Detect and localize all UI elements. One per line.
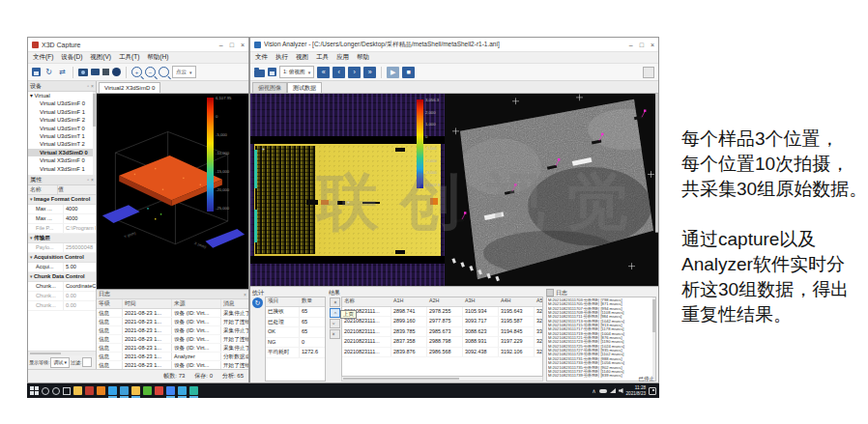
task-view-icon[interactable] [63,387,71,395]
tree-item[interactable]: Virtual U3dSimT 2 [28,140,96,148]
log-row[interactable]: 信息 2021-08-23 1... 设备 (ID: Virt... 采集停止了 [97,344,248,353]
zoom-fit-icon[interactable] [159,67,169,77]
close-panel-icon[interactable]: × [244,292,246,297]
zoom-out-icon[interactable]: − [145,67,156,77]
property-group[interactable]: ▾ Acquisition Control [28,253,96,263]
play-button[interactable]: ▶ [387,67,399,78]
record-icon[interactable] [112,68,121,76]
statistics-row[interactable]: 已处理 65 [266,318,325,328]
statistics-row[interactable]: OK 65 [266,327,325,338]
close-icon[interactable]: × [241,42,245,48]
menu-item[interactable]: 视图 [296,53,308,62]
property-row[interactable]: Max ...4000 [28,214,96,224]
close-panel-icon[interactable]: × [91,177,94,183]
view-scrollbar[interactable] [655,94,658,233]
taskbar-clock[interactable]: 11:28 2021/8/23 [626,385,646,395]
property-row[interactable]: Chunk...CoordinateC [28,282,96,292]
taskbar-app-icon[interactable] [131,386,140,395]
taskbar-app-icon[interactable] [120,386,129,395]
close-panel-icon[interactable]: × [91,83,94,89]
measure-tool-icon[interactable] [643,67,654,78]
connect-icon[interactable]: ⇄ [57,67,68,77]
float-panel-icon[interactable]: ▫ [87,177,89,183]
tree-scrollbar[interactable] [93,92,96,175]
taskbar-app-icon[interactable] [108,386,117,395]
property-row[interactable]: Max ...4000 [28,205,96,214]
tab-test-data[interactable]: 测试数据 [287,82,322,93]
log-row[interactable]: 信息 2021-08-23 1... Analyzer 分析数据成功 [97,353,248,361]
menu-item[interactable]: 执行 [275,53,288,62]
display-level-dropdown[interactable]: 调试 ▾ [50,357,70,368]
menu-item[interactable]: 视图(V) [90,53,111,62]
taskbar-app-icon[interactable] [189,386,198,395]
tree-item[interactable]: Virtual U3dSimT 1 [28,132,96,140]
start-button[interactable] [30,386,39,395]
close-icon[interactable]: × [651,42,654,48]
menu-item[interactable]: 文件 [255,53,268,62]
maximize-icon[interactable]: □ [640,42,644,48]
tree-item[interactable]: Virtual X3dSimF 0 [28,156,96,164]
page-down-button[interactable]: › [330,319,340,328]
first-frame-button[interactable]: « [317,67,330,78]
cortana-icon[interactable] [52,387,60,395]
results-row[interactable]: 20210823111... 2839.785 2985.673 3088.62… [342,327,542,337]
tree-item[interactable]: Virtual U3dSimT 0 [28,125,96,132]
float-panel-icon[interactable]: ▫ [87,83,89,89]
minimize-icon[interactable]: – [629,42,633,48]
log-scrollbar[interactable] [652,297,655,381]
results-row[interactable]: 20210823111... 2837.358 2988.798 3088.93… [342,337,542,347]
zoom-in-icon[interactable]: + [131,67,142,77]
taskbar-app-icon[interactable] [155,386,163,395]
log-row[interactable]: 信息 2021-08-23 1... 设备 (ID: Virt... 开始了连续… [97,335,248,344]
view-select-dropdown[interactable]: 1: 俯视图 ▾ [279,66,314,78]
taskbar-app-icon[interactable] [166,386,175,395]
refresh-icon[interactable]: ↻ [43,67,54,77]
top-view-heatmap[interactable]: + + 3,056.32,0001,0000-1,000-2,000-3,000… [250,94,445,286]
results-row[interactable]: 20210823111... 2899.160 2977.875 3093.71… [342,317,542,326]
property-row[interactable]: Acqui...5.00 [28,263,96,272]
page-up-button[interactable]: › [330,308,340,318]
statistics-row[interactable]: 平均耗时 1272.6 [266,348,325,358]
notification-center-icon[interactable] [649,387,656,395]
analyzer-titlebar[interactable]: Vision Analyzer - [C:/Users/Longer/Deskt… [250,38,658,52]
search-icon[interactable] [42,387,49,395]
video-capture-icon[interactable] [91,69,100,75]
log-line[interactable]: M:20210823111739:分析耗时 [839 msecs] [548,374,651,378]
view-tab[interactable]: Virtual2 X3dSimD 0 [99,82,160,93]
maximize-icon[interactable]: □ [230,42,234,48]
taskbar-app-icon[interactable] [85,386,94,395]
results-hscrollbar[interactable] [341,377,543,382]
snapshot-camera-icon[interactable] [78,69,88,76]
gray-3d-view[interactable] [445,94,658,286]
taskbar-app-icon[interactable] [73,386,82,395]
log-filter-icon[interactable] [546,289,554,297]
tree-item[interactable]: Virtual U3dSimF 0 [28,99,96,107]
property-row[interactable]: Chunk...0.00 [28,301,96,311]
statistics-row[interactable]: 已接收 65 [266,307,325,318]
property-row[interactable]: Paylo...256000048 [28,243,96,253]
taskbar-app-icon[interactable] [178,386,187,395]
property-row[interactable]: File P...C:\Program Fil... [28,224,96,234]
volume-icon[interactable] [619,388,623,393]
menu-item[interactable]: 帮助(H) [147,53,168,62]
menu-item[interactable]: 工具(T) [119,53,139,62]
prev-frame-button[interactable]: ‹ [333,67,345,78]
network-icon[interactable] [610,388,616,393]
capture-titlebar[interactable]: X3D Capture – □ × [28,38,248,52]
property-group[interactable]: ▾ Chunk Data Control [28,272,96,282]
analyzer-log-list[interactable]: M:20210823111703:分析耗时 [798 msecs]M:20210… [546,297,656,382]
property-row[interactable]: Chunk...0.00 [28,292,96,301]
log-row[interactable]: 信息 2021-08-23 1... 设备 (ID: Virt... 采集停止了 [97,326,248,335]
save-icon[interactable] [268,68,276,76]
menu-item[interactable]: 文件(F) [33,53,53,62]
menu-item[interactable]: 设备(D) [61,53,82,62]
log-row[interactable]: 信息 2021-08-23 1... 设备 (ID: Virt... 采集停止了 [97,309,248,318]
open-folder-icon[interactable] [254,70,265,77]
stop-capture-icon[interactable] [102,69,109,75]
stop-button[interactable]: ■ [402,67,415,78]
tray-expand-icon[interactable]: ∧ [592,388,595,394]
statistics-row[interactable]: NG 0 [266,338,325,349]
save-icon[interactable] [32,68,41,76]
cloud-icon[interactable] [599,389,607,393]
minimize-icon[interactable]: – [219,42,223,48]
